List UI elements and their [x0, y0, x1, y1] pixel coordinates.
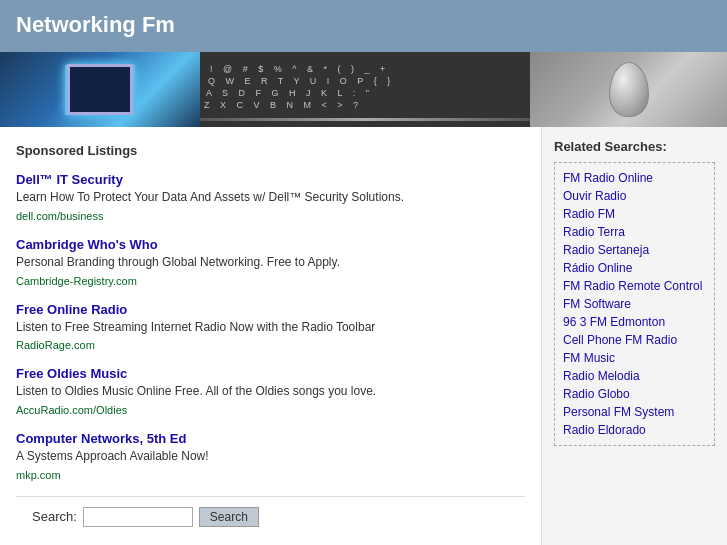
- search-label: Search:: [32, 509, 77, 524]
- related-link[interactable]: Radio Melodia: [563, 367, 706, 385]
- banner-image: ! @ # $ % ^ & * ( ) _ + Q W E R T Y U I …: [0, 52, 727, 127]
- site-title: Networking Fm: [16, 12, 711, 38]
- banner-computer: [0, 52, 200, 127]
- ad-item: Free Oldies Music Listen to Oldies Music…: [16, 366, 525, 417]
- ads-container: Dell™ IT Security Learn How To Protect Y…: [16, 172, 525, 482]
- related-link[interactable]: Radio Terra: [563, 223, 706, 241]
- related-link[interactable]: Radio FM: [563, 205, 706, 223]
- ad-url-link[interactable]: RadioRage.com: [16, 339, 95, 351]
- ad-item: Dell™ IT Security Learn How To Protect Y…: [16, 172, 525, 223]
- ad-description: Listen to Free Streaming Internet Radio …: [16, 319, 525, 336]
- related-link[interactable]: 96 3 FM Edmonton: [563, 313, 706, 331]
- ad-item: Cambridge Who's Who Personal Branding th…: [16, 237, 525, 288]
- related-link[interactable]: Cell Phone FM Radio: [563, 331, 706, 349]
- ad-description: A Systems Approach Available Now!: [16, 448, 525, 465]
- related-link[interactable]: FM Software: [563, 295, 706, 313]
- ad-url-link[interactable]: mkp.com: [16, 469, 61, 481]
- related-link[interactable]: FM Radio Remote Control: [563, 277, 706, 295]
- related-link[interactable]: Radio Globo: [563, 385, 706, 403]
- related-link[interactable]: Rádio Online: [563, 259, 706, 277]
- related-title: Related Searches:: [554, 139, 715, 154]
- ad-item: Computer Networks, 5th Ed A Systems Appr…: [16, 431, 525, 482]
- related-link[interactable]: FM Radio Online: [563, 169, 706, 187]
- ad-description: Personal Branding through Global Network…: [16, 254, 525, 271]
- ad-url-link[interactable]: AccuRadio.com/Oldies: [16, 404, 127, 416]
- search-button[interactable]: Search: [199, 507, 259, 527]
- ad-description: Learn How To Protect Your Data And Asset…: [16, 189, 525, 206]
- search-bar: Search: Search: [16, 496, 525, 537]
- mouse-image: [609, 62, 649, 117]
- banner-mouse: [530, 52, 727, 127]
- related-links-box: FM Radio OnlineOuvir RadioRadio FMRadio …: [554, 162, 715, 446]
- ad-description: Listen to Oldies Music Online Free. All …: [16, 383, 525, 400]
- main-layout: Sponsored Listings Dell™ IT Security Lea…: [0, 127, 727, 545]
- ad-url-link[interactable]: dell.com/business: [16, 210, 103, 222]
- related-link[interactable]: Radio Eldorado: [563, 421, 706, 439]
- related-link[interactable]: Ouvir Radio: [563, 187, 706, 205]
- search-input[interactable]: [83, 507, 193, 527]
- ad-title-link[interactable]: Cambridge Who's Who: [16, 237, 158, 252]
- banner-keyboard: ! @ # $ % ^ & * ( ) _ + Q W E R T Y U I …: [200, 52, 530, 127]
- ad-url-link[interactable]: Cambridge-Registry.com: [16, 275, 137, 287]
- related-link[interactable]: Personal FM System: [563, 403, 706, 421]
- ad-title-link[interactable]: Free Online Radio: [16, 302, 127, 317]
- related-link[interactable]: FM Music: [563, 349, 706, 367]
- ad-title-link[interactable]: Computer Networks, 5th Ed: [16, 431, 186, 446]
- ad-title-link[interactable]: Dell™ IT Security: [16, 172, 123, 187]
- site-header: Networking Fm: [0, 0, 727, 52]
- sponsored-title: Sponsored Listings: [16, 143, 525, 158]
- ad-title-link[interactable]: Free Oldies Music: [16, 366, 127, 381]
- left-content: Sponsored Listings Dell™ IT Security Lea…: [0, 127, 542, 545]
- ad-item: Free Online Radio Listen to Free Streami…: [16, 302, 525, 353]
- related-link[interactable]: Radio Sertaneja: [563, 241, 706, 259]
- right-sidebar: Related Searches: FM Radio OnlineOuvir R…: [542, 127, 727, 545]
